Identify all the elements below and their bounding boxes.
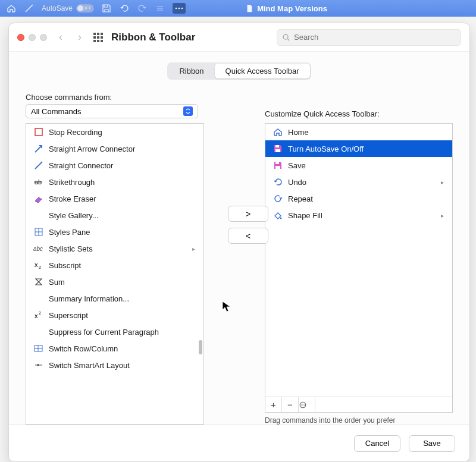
remove-command-button[interactable]: <: [228, 228, 268, 244]
x2-low-icon: x2: [33, 260, 44, 271]
command-item-label: Strikethrough: [49, 178, 95, 187]
redo-icon: [137, 3, 148, 14]
svg-rect-23: [275, 149, 280, 152]
search-icon: [282, 33, 290, 42]
close-window-icon[interactable]: [17, 34, 24, 41]
command-item-label: Style Gallery...: [49, 211, 99, 220]
svg-point-28: [301, 404, 302, 405]
command-item[interactable]: Switch SmartArt Layout: [26, 357, 203, 373]
blank-icon: [33, 210, 44, 221]
all-categories-icon[interactable]: [93, 33, 103, 42]
search-input[interactable]: [294, 33, 456, 42]
command-item[interactable]: abcStylistic Sets▸: [26, 240, 203, 257]
command-item[interactable]: abStrikethrough: [26, 174, 203, 190]
command-item-label: Stroke Eraser: [49, 194, 96, 203]
command-item-label: Straight Connector: [49, 161, 113, 170]
search-field[interactable]: [277, 29, 461, 46]
tab-ribbon[interactable]: Ribbon: [168, 64, 214, 78]
qat-item[interactable]: Save: [265, 157, 452, 174]
command-item[interactable]: Switch Row/Column: [26, 340, 203, 357]
chevron-right-icon: ▸: [441, 212, 444, 219]
qat-item[interactable]: Undo▸: [265, 174, 452, 190]
svg-line-0: [26, 5, 33, 12]
abc-icon: abc: [33, 243, 44, 254]
sigma-icon: [33, 276, 44, 287]
command-item-label: Stop Recording: [49, 128, 102, 137]
qat-item[interactable]: Shape Fill▸: [265, 207, 452, 224]
command-item-label: Suppress for Current Paragraph: [49, 328, 159, 337]
mouse-cursor-icon: [222, 301, 231, 313]
grid-pane-icon: [33, 227, 44, 237]
save-button[interactable]: Save: [409, 435, 455, 452]
qat-item[interactable]: Turn AutoSave On/Off: [265, 140, 452, 157]
add-command-button[interactable]: >: [228, 206, 268, 222]
tab-quick-access-toolbar[interactable]: Quick Access Toolbar: [215, 64, 310, 78]
command-item-label: Switch SmartArt Layout: [49, 361, 130, 370]
commands-dropdown-value: All Commands: [31, 107, 82, 116]
scrollbar-thumb[interactable]: [199, 340, 202, 354]
blank-icon: [33, 326, 44, 337]
command-item[interactable]: Stroke Eraser: [26, 190, 203, 207]
command-item[interactable]: Suppress for Current Paragraph: [26, 323, 203, 340]
command-item-label: Stylistic Sets: [49, 244, 93, 253]
eraser-purple-icon: [33, 193, 44, 204]
x2-high-icon: x2: [33, 310, 44, 320]
commands-from-label: Choose commands from:: [26, 93, 204, 102]
commands-list[interactable]: Stop RecordingStraight Arrow ConnectorSt…: [26, 123, 204, 425]
commands-dropdown[interactable]: All Commands: [26, 104, 198, 118]
command-item-label: Styles Pane: [49, 228, 90, 237]
svg-text:x: x: [35, 312, 38, 319]
more-menu-icon[interactable]: [173, 3, 186, 14]
command-item-label: Summary Information...: [49, 294, 129, 303]
qat-options-button[interactable]: [299, 397, 315, 412]
qat-list[interactable]: HomeTurn AutoSave On/OffSaveUndo▸RepeatS…: [265, 123, 453, 413]
minimize-window-icon: [29, 34, 36, 41]
autosave-toggle[interactable]: AutoSave: [42, 4, 94, 12]
qat-item-label: Home: [288, 128, 309, 137]
chevron-right-icon: ▸: [441, 179, 444, 186]
svg-text:x: x: [35, 261, 38, 268]
undo-icon[interactable]: [119, 3, 130, 14]
svg-rect-6: [35, 128, 42, 136]
command-item[interactable]: Straight Connector: [26, 157, 203, 174]
line-blue-icon: [33, 160, 44, 171]
command-item[interactable]: x2Superscript: [26, 307, 203, 323]
qat-remove-button[interactable]: −: [282, 397, 299, 412]
svg-text:abc: abc: [33, 246, 43, 252]
svg-point-4: [283, 34, 288, 39]
save-pink-icon: [273, 160, 283, 171]
qat-label: Customize Quick Access Toolbar:: [265, 109, 453, 118]
switch-sa-icon: [33, 360, 44, 370]
svg-line-8: [35, 162, 42, 169]
command-item[interactable]: Summary Information...: [26, 290, 203, 307]
qat-item[interactable]: Home: [265, 124, 452, 140]
qat-item-label: Turn AutoSave On/Off: [288, 144, 364, 153]
qat-item[interactable]: Repeat: [265, 190, 452, 207]
tab-switcher[interactable]: Ribbon Quick Access Toolbar: [167, 62, 311, 80]
qat-item-label: Undo: [288, 178, 306, 187]
home-icon[interactable]: [6, 3, 17, 14]
command-item[interactable]: Stop Recording: [26, 124, 203, 140]
modal-title: Ribbon & Toolbar: [111, 32, 195, 43]
undo-icon: [273, 177, 283, 187]
zoom-window-icon: [40, 34, 47, 41]
command-item[interactable]: Styles Pane: [26, 224, 203, 240]
command-item[interactable]: Sum: [26, 274, 203, 290]
save-icon[interactable]: [101, 3, 112, 14]
qat-hint: Drag commands into the order you prefer: [265, 416, 453, 425]
command-item[interactable]: Style Gallery...: [26, 207, 203, 224]
blank-icon: [33, 293, 44, 304]
command-item[interactable]: x2Subscript: [26, 257, 203, 274]
command-item[interactable]: Straight Arrow Connector: [26, 140, 203, 157]
svg-text:2: 2: [39, 311, 41, 315]
line-tool-icon[interactable]: [24, 3, 35, 14]
svg-point-2: [178, 8, 180, 10]
cancel-button[interactable]: Cancel: [354, 435, 400, 452]
svg-line-5: [288, 39, 290, 40]
qat-add-button[interactable]: +: [265, 397, 282, 412]
svg-text:2: 2: [39, 265, 41, 269]
app-toolbar: AutoSave Mind Map Versions: [0, 0, 476, 17]
qat-item-label: Shape Fill: [288, 211, 322, 220]
command-item-label: Subscript: [49, 261, 81, 270]
fill-icon: [273, 210, 283, 221]
